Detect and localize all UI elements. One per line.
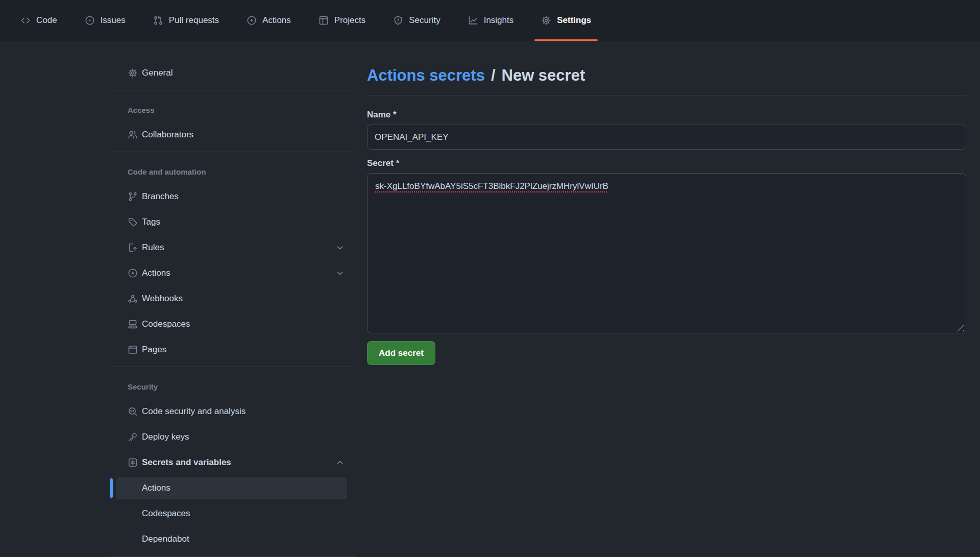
chevron-down-icon	[335, 269, 345, 278]
code-scan-icon	[128, 406, 138, 417]
tab-label: Issues	[101, 15, 126, 26]
shield-icon	[393, 15, 403, 26]
sidebar-subitem-label: Actions	[142, 483, 170, 493]
browser-icon	[128, 345, 138, 355]
sidebar-item-webhooks[interactable]: Webhooks	[110, 286, 355, 311]
secret-value-textarea[interactable]: sk-XgLLfoBYfwAbAY5iS5cFT3BlbkFJ2PlZuejrz…	[367, 173, 966, 333]
sidebar-item-label: Branches	[142, 191, 179, 202]
tab-label: Settings	[557, 15, 591, 26]
sidebar-item-tags[interactable]: Tags	[110, 209, 355, 235]
sidebar-divider	[110, 90, 355, 90]
tab-security[interactable]: Security	[393, 0, 440, 41]
gear-icon	[541, 15, 551, 26]
tab-pull-requests[interactable]: Pull requests	[153, 0, 219, 41]
tab-label: Security	[409, 15, 440, 26]
sidebar-divider	[110, 367, 355, 367]
sidebar-subitem-label: Codespaces	[142, 508, 190, 519]
chevron-up-icon	[335, 458, 345, 467]
sidebar-item-label: Collaborators	[142, 130, 193, 140]
sidebar-item-general[interactable]: General	[110, 60, 355, 86]
play-icon	[128, 268, 138, 278]
sidebar-item-label: Tags	[142, 217, 160, 227]
codespaces-icon	[128, 319, 138, 329]
sidebar-item-label: Rules	[142, 243, 164, 253]
tab-actions[interactable]: Actions	[247, 0, 291, 41]
sidebar-item-rules[interactable]: Rules	[110, 235, 355, 260]
actions-secrets-breadcrumb-link[interactable]: Actions secrets	[367, 66, 485, 84]
sidebar-item-label: Deploy keys	[142, 432, 189, 442]
tab-projects[interactable]: Projects	[318, 0, 365, 41]
heading-divider	[367, 95, 966, 95]
sidebar-item-secrets-and-variables[interactable]: Secrets and variables	[110, 450, 355, 475]
sidebar-item-label: Pages	[142, 345, 166, 355]
sidebar-section-access: Access	[110, 106, 355, 115]
sidebar-divider	[110, 152, 355, 152]
secret-name-input[interactable]	[367, 125, 966, 150]
sidebar-item-label: Code security and analysis	[142, 406, 246, 417]
rules-icon	[128, 243, 138, 253]
sidebar-subitem-label: Dependabot	[142, 534, 189, 544]
sidebar-item-pages[interactable]: Pages	[110, 337, 355, 362]
issue-opened-icon	[85, 15, 95, 26]
sidebar-item-codespaces[interactable]: Codespaces	[110, 311, 355, 337]
sidebar-item-label: General	[142, 68, 173, 78]
graph-icon	[468, 15, 478, 26]
gear-icon	[128, 68, 138, 78]
sidebar-item-label: Webhooks	[142, 294, 183, 304]
repo-tab-bar: Code Issues Pull requests Actions Projec…	[0, 0, 980, 41]
settings-sidebar: General Access Collaborators Code and au…	[110, 60, 355, 556]
tag-icon	[128, 217, 138, 227]
breadcrumb-separator: /	[491, 66, 496, 84]
sidebar-item-code-security-and-analysis[interactable]: Code security and analysis	[110, 399, 355, 424]
tab-label: Projects	[334, 15, 365, 26]
sidebar-item-branches[interactable]: Branches	[110, 184, 355, 209]
people-icon	[128, 130, 138, 140]
webhook-icon	[128, 294, 138, 304]
git-branch-icon	[128, 191, 138, 202]
tab-issues[interactable]: Issues	[85, 0, 126, 41]
sidebar-item-label: Actions	[142, 268, 170, 278]
tab-label: Code	[36, 15, 57, 26]
textarea-resize-grip[interactable]	[957, 324, 964, 331]
sidebar-subitem-dependabot[interactable]: Dependabot	[110, 526, 355, 552]
code-icon	[20, 15, 31, 26]
key-icon	[128, 432, 138, 442]
sidebar-subitem-actions-selected[interactable]: Actions	[116, 477, 347, 499]
secret-value-text: sk-XgLLfoBYfwAbAY5iS5cFT3BlbkFJ2PlZuejrz…	[375, 181, 608, 191]
tab-settings[interactable]: Settings	[541, 0, 591, 41]
chevron-down-icon	[335, 243, 345, 252]
tab-label: Actions	[262, 15, 291, 26]
sidebar-section-security: Security	[110, 382, 355, 392]
sidebar-item-collaborators[interactable]: Collaborators	[110, 122, 355, 148]
tab-code[interactable]: Code	[20, 0, 57, 41]
sidebar-divider	[110, 556, 355, 556]
git-pull-request-icon	[153, 15, 163, 26]
sidebar-item-deploy-keys[interactable]: Deploy keys	[110, 424, 355, 450]
play-icon	[247, 15, 257, 26]
add-secret-button[interactable]: Add secret	[367, 341, 435, 365]
sidebar-item-label: Codespaces	[142, 319, 190, 329]
sidebar-item-actions[interactable]: Actions	[110, 260, 355, 286]
sidebar-item-label: Secrets and variables	[142, 457, 231, 468]
page-title: Actions secrets/New secret	[367, 65, 966, 86]
table-icon	[318, 15, 329, 26]
tab-insights[interactable]: Insights	[468, 0, 514, 41]
key-asterisk-icon	[128, 457, 138, 468]
sidebar-section-code-and-automation: Code and automation	[110, 167, 355, 177]
name-label: Name *	[367, 110, 966, 120]
breadcrumb-current: New secret	[502, 66, 585, 84]
secret-label: Secret *	[367, 158, 966, 168]
sidebar-subitem-codespaces[interactable]: Codespaces	[110, 501, 355, 526]
tab-label: Insights	[484, 15, 514, 26]
new-secret-panel: Actions secrets/New secret Name * Secret…	[367, 60, 966, 365]
tab-label: Pull requests	[169, 15, 219, 26]
